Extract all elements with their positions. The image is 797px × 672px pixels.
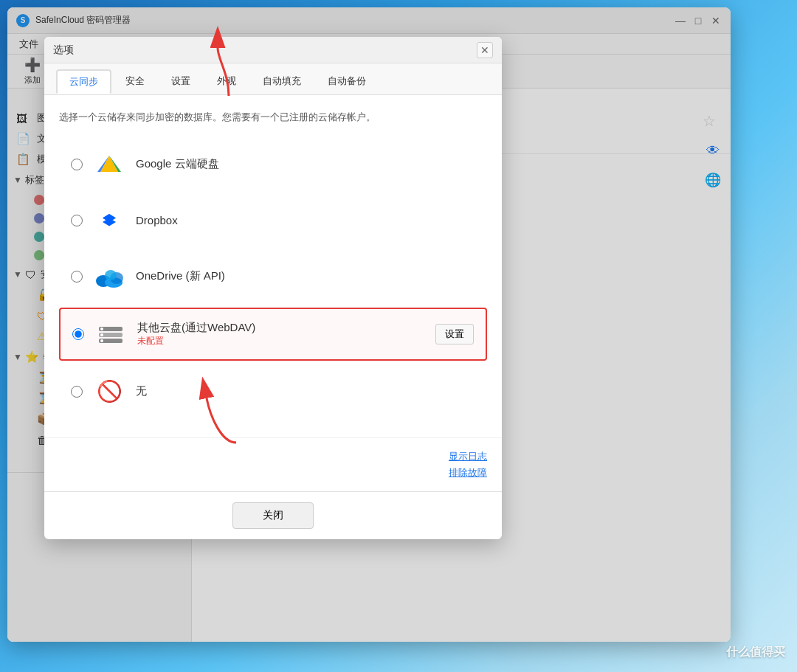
none-radio[interactable] (71, 386, 83, 398)
webdav-icon-wrap (94, 318, 127, 350)
none-icon: 🚫 (97, 379, 123, 403)
options-dialog: 选项 ✕ 云同步 安全 设置 外观 自动填充 (44, 37, 502, 539)
svg-point-10 (100, 328, 103, 330)
dropbox-name: Dropbox (136, 214, 475, 226)
troubleshoot-link[interactable]: 排除故障 (449, 466, 487, 479)
tab-cloud-sync[interactable]: 云同步 (56, 69, 111, 94)
tab-autofill[interactable]: 自动填充 (250, 69, 314, 94)
tab-cloud-sync-label: 云同步 (69, 76, 98, 87)
tab-settings-label: 设置 (171, 75, 190, 86)
tab-autobackup-label: 自动备份 (328, 75, 366, 86)
cloud-option-onedrive[interactable]: OneDrive (新 API) (59, 252, 487, 302)
dialog-footer: 关闭 (44, 491, 502, 539)
google-radio[interactable] (71, 159, 83, 170)
dialog-close-button[interactable]: ✕ (477, 42, 493, 58)
webdav-radio[interactable] (72, 328, 84, 340)
google-drive-icon-wrap (93, 148, 125, 181)
cloud-option-dropbox[interactable]: Dropbox (59, 195, 487, 246)
dialog-links: 显示日志 排除故障 (44, 437, 502, 491)
webdav-icon (96, 321, 125, 347)
dialog-overlay: 选项 ✕ 云同步 安全 设置 外观 自动填充 (7, 7, 731, 642)
app-window: S SafeInCloud 密码管理器 — □ ✕ 文件 编辑 工具 帮助 ➕ … (7, 7, 731, 642)
onedrive-radio[interactable] (71, 271, 83, 283)
svg-point-6 (105, 270, 117, 280)
svg-marker-0 (100, 156, 118, 172)
cloud-option-none[interactable]: 🚫 无 (59, 367, 487, 417)
dropbox-radio[interactable] (71, 215, 83, 226)
google-drive-icon (96, 151, 123, 178)
onedrive-icon (94, 263, 124, 290)
dialog-title: 选项 (53, 44, 477, 57)
onedrive-icon-wrap (93, 260, 125, 293)
cloud-option-google[interactable]: Google 云端硬盘 (59, 139, 487, 190)
webdav-sub: 未配置 (137, 335, 425, 347)
dialog-content: 选择一个云储存来同步加密的数据库。您需要有一个已注册的云储存帐户。 Google… (44, 95, 502, 437)
webdav-settings-button[interactable]: 设置 (435, 324, 474, 344)
tab-security-label: 安全 (125, 75, 145, 86)
tab-autobackup[interactable]: 自动备份 (315, 69, 379, 94)
tab-autofill-label: 自动填充 (263, 75, 301, 86)
watermark: 什么值得买 (726, 645, 785, 660)
tab-appearance[interactable]: 外观 (204, 69, 249, 94)
tab-appearance-label: 外观 (217, 75, 236, 86)
webdav-name-block: 其他云盘(通过WebDAV) 未配置 (137, 321, 425, 347)
tab-security[interactable]: 安全 (113, 69, 157, 94)
none-icon-wrap: 🚫 (93, 375, 125, 408)
google-drive-name: Google 云端硬盘 (136, 157, 475, 171)
cloud-option-webdav[interactable]: 其他云盘(通过WebDAV) 未配置 设置 (59, 308, 487, 361)
webdav-name: 其他云盘(通过WebDAV) (137, 321, 425, 335)
dropbox-icon-wrap (93, 204, 125, 237)
tab-settings[interactable]: 设置 (159, 69, 203, 94)
dropbox-icon (96, 207, 123, 234)
none-name: 无 (136, 384, 475, 398)
svg-point-12 (100, 339, 103, 342)
dialog-tabs: 云同步 安全 设置 外观 自动填充 自动备份 (44, 63, 502, 95)
onedrive-name: OneDrive (新 API) (136, 269, 475, 283)
dialog-close-btn[interactable]: 关闭 (232, 502, 314, 529)
dialog-description: 选择一个云储存来同步加密的数据库。您需要有一个已注册的云储存帐户。 (59, 110, 487, 125)
svg-point-11 (100, 333, 103, 336)
dialog-title-bar: 选项 ✕ (44, 37, 502, 63)
show-logs-link[interactable]: 显示日志 (449, 450, 487, 463)
